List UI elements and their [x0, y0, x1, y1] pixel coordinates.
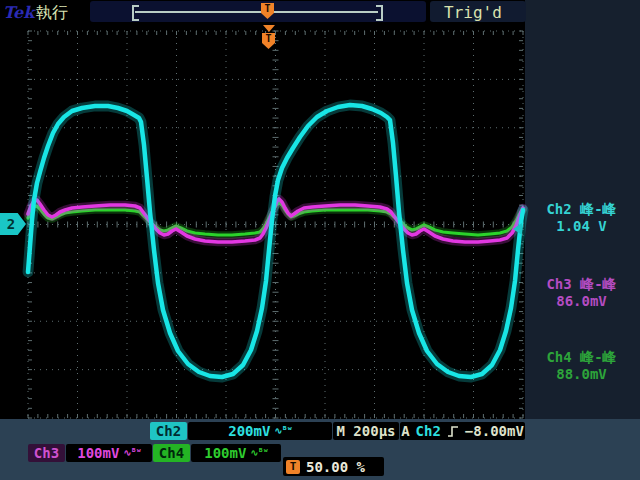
oscilloscope-screen: Tek 執行 T Trig'd T 2 Ch2 峰-峰 1.04 V Ch3 峰… — [0, 0, 640, 480]
ac-coupling-icon: ∿ᴮʷ — [250, 444, 267, 462]
ch2-scale: 200mV — [228, 422, 270, 440]
record-view-bar: T — [90, 1, 426, 22]
trigger-status: Trig'd — [444, 3, 502, 22]
trigger-source: Ch2 — [416, 422, 441, 440]
trigger-position-readout: T 50.00 % — [283, 457, 384, 476]
measurement-value: 88.0mV — [523, 366, 640, 383]
trigger-level: −8.00mV — [465, 422, 524, 440]
ch4-badge: Ch4 — [153, 444, 190, 462]
trigger-arrow-icon — [263, 25, 275, 32]
ch3-badge: Ch3 — [28, 444, 65, 462]
measurement-label: Ch2 峰-峰 — [523, 201, 640, 218]
ch4-scale: 100mV — [204, 444, 246, 462]
ch2-scale-readout: 200mV ∿ᴮʷ — [188, 422, 332, 440]
trigger-position-t-icon: T — [286, 460, 300, 474]
timebase-readout: M 200µs — [333, 422, 399, 440]
measurement-ch3-pkpk: Ch3 峰-峰 86.0mV — [523, 276, 640, 310]
record-view-line — [135, 11, 378, 13]
measurement-label: Ch4 峰-峰 — [523, 349, 640, 366]
measurement-ch4-pkpk: Ch4 峰-峰 88.0mV — [523, 349, 640, 383]
acquisition-status: 執行 — [36, 3, 68, 24]
graticule — [0, 0, 640, 480]
ch2-badge: Ch2 — [150, 422, 187, 440]
timebase-value: M 200µs — [336, 422, 395, 440]
trigger-position-value: 50.00 % — [306, 459, 365, 475]
ch3-scale: 100mV — [77, 444, 119, 462]
trigger-level-icon — [513, 223, 522, 235]
tek-logo: Tek — [3, 3, 34, 22]
record-view-left-bracket — [132, 5, 139, 21]
ch4-scale-readout: 100mV ∿ᴮʷ — [191, 444, 281, 462]
rising-edge-icon — [447, 425, 459, 438]
measurement-value: 1.04 V — [523, 218, 640, 235]
ch3-scale-readout: 100mV ∿ᴮʷ — [66, 444, 152, 462]
measurement-label: Ch3 峰-峰 — [523, 276, 640, 293]
measurement-ch2-pkpk: Ch2 峰-峰 1.04 V — [523, 201, 640, 235]
trigger-readout: A Ch2 −8.00mV — [400, 422, 525, 440]
trigger-position-icon: T — [261, 3, 274, 19]
ac-coupling-icon: ∿ᴮʷ — [274, 422, 291, 440]
measurement-value: 86.0mV — [523, 293, 640, 310]
record-view-right-bracket — [376, 5, 383, 21]
ac-coupling-icon: ∿ᴮʷ — [123, 444, 140, 462]
trigger-mode: A — [401, 422, 409, 440]
